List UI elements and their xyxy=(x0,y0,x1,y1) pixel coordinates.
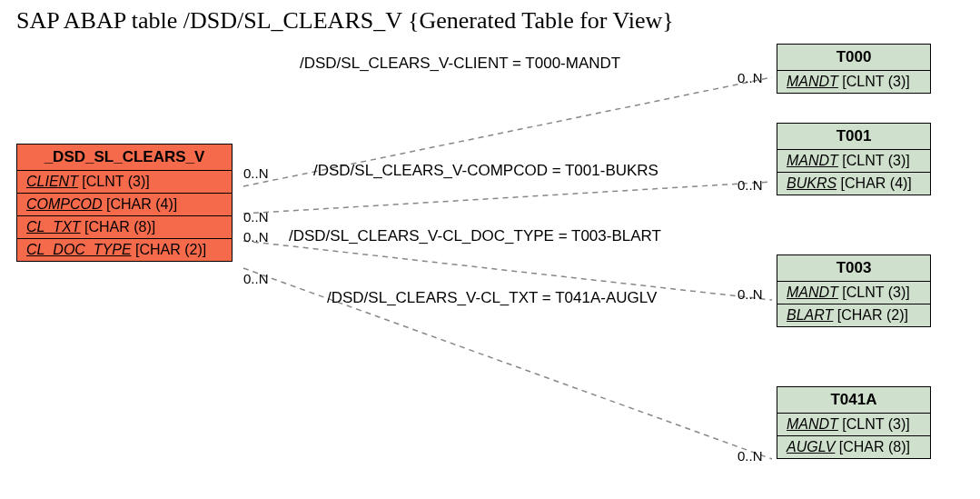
entity-header: T003 xyxy=(777,255,930,282)
entity-main-field: CLIENT [CLNT (3)] xyxy=(17,171,232,194)
cardinality-label: 0..N xyxy=(243,209,269,225)
entity-field: MANDT [CLNT (3)] xyxy=(777,282,930,304)
entity-main-header: _DSD_SL_CLEARS_V xyxy=(17,145,232,171)
entity-t041a: T041A MANDT [CLNT (3)] AUGLV [CHAR (8)] xyxy=(777,386,931,459)
relation-label: /DSD/SL_CLEARS_V-CL_TXT = T041A-AUGLV xyxy=(327,289,657,307)
page-title: SAP ABAP table /DSD/SL_CLEARS_V {Generat… xyxy=(16,7,674,35)
entity-main-field: CL_DOC_TYPE [CHAR (2)] xyxy=(17,239,232,261)
entity-header: T001 xyxy=(777,124,930,150)
entity-field: BUKRS [CHAR (4)] xyxy=(777,173,930,195)
entity-header: T041A xyxy=(777,387,930,414)
relation-label: /DSD/SL_CLEARS_V-CL_DOC_TYPE = T003-BLAR… xyxy=(289,227,661,245)
entity-main: _DSD_SL_CLEARS_V CLIENT [CLNT (3)] COMPC… xyxy=(16,144,233,262)
cardinality-label: 0..N xyxy=(243,165,269,181)
entity-t001: T001 MANDT [CLNT (3)] BUKRS [CHAR (4)] xyxy=(777,123,931,195)
entity-t000: T000 MANDT [CLNT (3)] xyxy=(777,44,931,94)
entity-header: T000 xyxy=(777,45,930,71)
cardinality-label: 0..N xyxy=(737,286,763,302)
entity-field: AUGLV [CHAR (8)] xyxy=(777,436,930,458)
relation-label: /DSD/SL_CLEARS_V-CLIENT = T000-MANDT xyxy=(300,55,620,73)
entity-main-field: COMPCOD [CHAR (4)] xyxy=(17,194,232,216)
relation-label: /DSD/SL_CLEARS_V-COMPCOD = T001-BUKRS xyxy=(313,162,658,180)
entity-field: MANDT [CLNT (3)] xyxy=(777,150,930,173)
entity-field: MANDT [CLNT (3)] xyxy=(777,414,930,436)
cardinality-label: 0..N xyxy=(243,229,269,245)
cardinality-label: 0..N xyxy=(243,271,269,286)
entity-field: MANDT [CLNT (3)] xyxy=(777,71,930,93)
cardinality-label: 0..N xyxy=(737,448,763,464)
svg-line-1 xyxy=(243,182,772,214)
entity-field: BLART [CHAR (2)] xyxy=(777,304,930,326)
cardinality-label: 0..N xyxy=(737,177,763,193)
cardinality-label: 0..N xyxy=(737,70,763,85)
entity-t003: T003 MANDT [CLNT (3)] BLART [CHAR (2)] xyxy=(777,254,931,327)
entity-main-field: CL_TXT [CHAR (8)] xyxy=(17,216,232,239)
